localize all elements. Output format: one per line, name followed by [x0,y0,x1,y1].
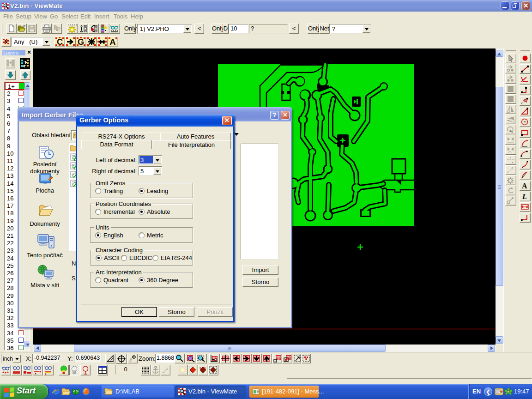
svg-text:C: C [57,37,63,47]
svg-text:A: A [522,182,527,190]
svg-text:L: L [522,193,527,200]
svg-text:?: ? [57,26,60,33]
svg-text:A: A [110,37,116,47]
svg-text:G: G [78,37,84,47]
svg-text:s: s [204,366,206,369]
svg-text:s: s [200,366,201,369]
